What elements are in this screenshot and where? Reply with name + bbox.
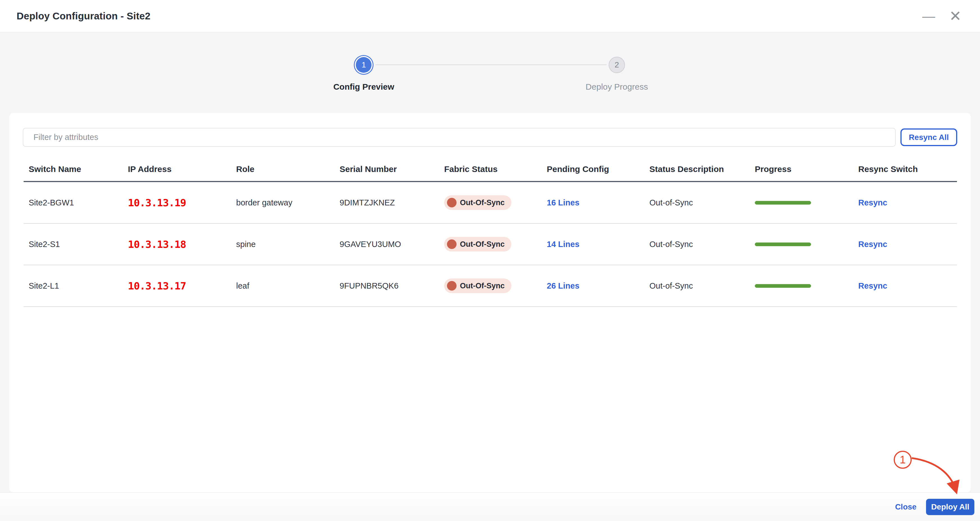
cell-resync-switch: Resync <box>853 198 957 207</box>
progress-bar <box>755 243 811 246</box>
col-header-status-description: Status Description <box>644 164 750 174</box>
cell-fabric-status: Out-Of-Sync <box>439 237 542 251</box>
cell-progress <box>750 243 853 246</box>
pending-config-link[interactable]: 16 Lines <box>547 198 579 207</box>
progress-bar <box>755 284 811 288</box>
progress-bar-fill <box>755 201 811 205</box>
cell-switch-name: Site2-L1 <box>24 281 123 291</box>
cell-status-description: Out-of-Sync <box>644 240 750 249</box>
step-1-circle: 1 <box>356 57 372 73</box>
progress-bar-fill <box>755 284 811 288</box>
stepper-connector <box>375 64 607 65</box>
col-header-role: Role <box>231 164 334 174</box>
minimize-icon: — <box>922 10 935 22</box>
fabric-status-text: Out-Of-Sync <box>460 240 504 249</box>
resync-all-button[interactable]: Resync All <box>900 129 957 146</box>
cell-role: leaf <box>231 281 334 291</box>
table-row: Site2-L1 10.3.13.17 leaf 9FUPNBR5QK6 Out… <box>24 265 957 307</box>
resync-link[interactable]: Resync <box>858 198 887 207</box>
pending-config-link[interactable]: 26 Lines <box>547 281 579 290</box>
cell-ip-address: 10.3.13.19 <box>123 197 231 208</box>
cell-progress <box>750 284 853 288</box>
col-header-fabric-status: Fabric Status <box>439 164 542 174</box>
fabric-status-text: Out-Of-Sync <box>460 281 504 290</box>
dialog-titlebar: Deploy Configuration - Site2 — ✕ <box>0 0 980 32</box>
col-header-progress: Progress <box>750 164 853 174</box>
cell-pending-config: 14 Lines <box>542 240 644 249</box>
cell-switch-name: Site2-S1 <box>24 240 123 249</box>
cell-resync-switch: Resync <box>853 240 957 249</box>
progress-bar <box>755 201 811 205</box>
cell-serial-number: 9GAVEYU3UMO <box>334 240 439 249</box>
resync-link[interactable]: Resync <box>858 240 887 249</box>
cell-serial-number: 9FUPNBR5QK6 <box>334 281 439 291</box>
col-header-pending-config: Pending Config <box>542 164 644 174</box>
cell-ip-address: 10.3.13.17 <box>123 280 231 292</box>
close-icon: ✕ <box>949 9 961 23</box>
minimize-button[interactable]: — <box>922 5 935 27</box>
step-2-circle: 2 <box>609 57 625 73</box>
out-of-sync-dot-icon <box>447 198 457 207</box>
table-header-row: Switch Name IP Address Role Serial Numbe… <box>24 157 957 182</box>
progress-bar-fill <box>755 243 811 246</box>
window-controls: — ✕ <box>922 5 961 27</box>
table-row: Site2-BGW1 10.3.13.19 border gateway 9DI… <box>24 182 957 224</box>
cell-role: spine <box>231 240 334 249</box>
cell-pending-config: 16 Lines <box>542 198 644 207</box>
footer-close-button[interactable]: Close <box>895 502 916 511</box>
col-header-ip-address: IP Address <box>123 164 231 174</box>
fabric-status-text: Out-Of-Sync <box>460 199 504 207</box>
stepper-step-deploy-progress[interactable]: 2 Deploy Progress <box>585 55 648 92</box>
close-button[interactable]: ✕ <box>949 5 961 27</box>
fabric-status-badge: Out-Of-Sync <box>444 237 511 251</box>
out-of-sync-dot-icon <box>447 240 457 249</box>
step-1-label: Config Preview <box>333 82 395 92</box>
fabric-status-badge: Out-Of-Sync <box>444 195 511 210</box>
resync-link[interactable]: Resync <box>858 281 887 290</box>
out-of-sync-dot-icon <box>447 281 457 291</box>
cell-role: border gateway <box>231 198 334 207</box>
cell-ip-address: 10.3.13.18 <box>123 238 231 250</box>
dialog-footer: Close Deploy All <box>0 492 980 521</box>
config-preview-card: Resync All Switch Name IP Address Role S… <box>9 113 971 492</box>
cell-resync-switch: Resync <box>853 281 957 291</box>
fabric-status-badge: Out-Of-Sync <box>444 278 511 293</box>
step-2-label: Deploy Progress <box>585 82 648 92</box>
step-circle-wrap: 2 <box>609 55 625 75</box>
deploy-all-button[interactable]: Deploy All <box>926 499 974 515</box>
pending-config-link[interactable]: 14 Lines <box>547 240 579 249</box>
cell-progress <box>750 201 853 205</box>
step-circle-wrap: 1 <box>356 55 372 75</box>
switch-table: Switch Name IP Address Role Serial Numbe… <box>24 157 957 307</box>
filter-input[interactable] <box>23 128 896 147</box>
col-header-serial-number: Serial Number <box>334 164 439 174</box>
cell-pending-config: 26 Lines <box>542 281 644 291</box>
cell-fabric-status: Out-Of-Sync <box>439 278 542 293</box>
cell-switch-name: Site2-BGW1 <box>24 198 123 207</box>
col-header-switch-name: Switch Name <box>24 164 123 174</box>
dialog-title: Deploy Configuration - Site2 <box>17 10 150 22</box>
cell-status-description: Out-of-Sync <box>644 281 750 291</box>
stepper-step-config-preview[interactable]: 1 Config Preview <box>333 55 395 92</box>
col-header-resync-switch: Resync Switch <box>853 164 957 174</box>
cell-status-description: Out-of-Sync <box>644 198 750 207</box>
table-row: Site2-S1 10.3.13.18 spine 9GAVEYU3UMO Ou… <box>24 224 957 265</box>
cell-fabric-status: Out-Of-Sync <box>439 195 542 210</box>
cell-serial-number: 9DIMTZJKNEZ <box>334 198 439 207</box>
table-toolbar: Resync All <box>9 113 971 147</box>
